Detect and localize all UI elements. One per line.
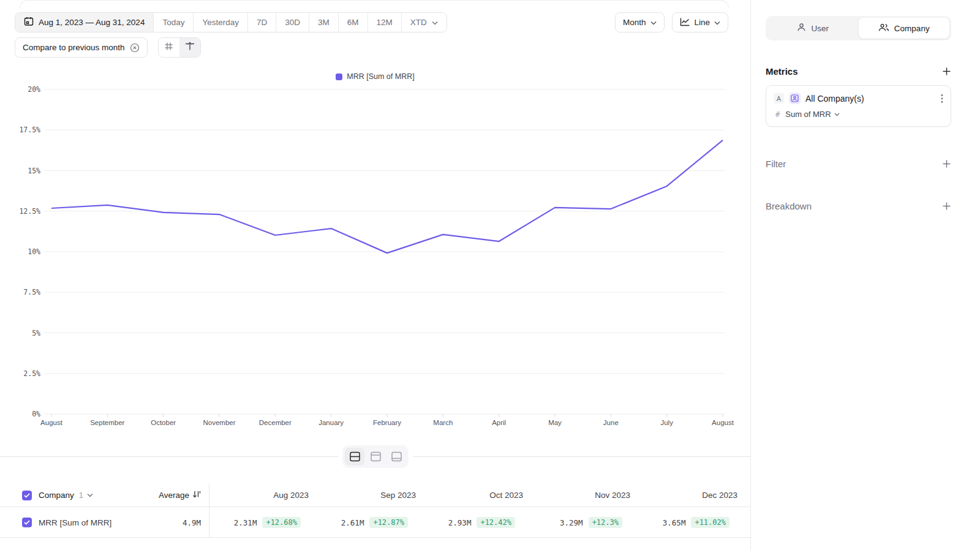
delta-badge: +12.42% (477, 517, 515, 528)
remove-compare-icon[interactable] (130, 43, 140, 53)
month-column-header: Sep 2023 (316, 484, 423, 507)
metric-card[interactable]: A All Company(s) # Sum of MRR (766, 85, 951, 127)
x-axis-tick: August (40, 419, 63, 426)
month-cell: 2.93M+12.42% (423, 508, 530, 537)
metric-letter-badge: A (774, 93, 784, 104)
range-today-button[interactable]: Today (154, 13, 194, 32)
metric-name: All Company(s) (805, 94, 936, 104)
group-label: Company (39, 491, 74, 500)
layout-split-button[interactable] (345, 448, 364, 465)
range-30d-button[interactable]: 30D (276, 13, 309, 32)
compare-toolbar: Compare to previous month (15, 37, 201, 58)
x-axis-tick: October (151, 419, 176, 426)
x-axis-tick: May (548, 419, 562, 426)
date-range-label: Aug 1, 2023 — Aug 31, 2024 (39, 18, 145, 27)
entity-tabs: User Company (766, 16, 951, 40)
tab-user[interactable]: User (767, 18, 859, 39)
month-cell: 2.61M+12.87% (316, 508, 423, 537)
chart-legend: MRR [Sum of MRR] (0, 72, 750, 81)
x-axis-tick: July (660, 419, 673, 426)
tab-company[interactable]: Company (859, 18, 950, 39)
tab-company-label: Company (894, 24, 930, 33)
add-filter-button[interactable] (942, 159, 951, 168)
metric-row-name: MRR [Sum of MRR] (39, 518, 111, 527)
layout-chart-bottom-button[interactable] (386, 448, 406, 465)
chevron-down-icon (714, 18, 720, 27)
delta-badge: +12.68% (262, 517, 301, 528)
y-axis-tick: 5% (32, 329, 40, 337)
xtd-label: XTD (410, 18, 427, 27)
table-header-row: Company 1 Average Aug 2023Sep 2023Oct 20… (0, 484, 750, 507)
average-value: 4.9M (183, 518, 201, 527)
month-headers: Aug 2023Sep 2023Oct 2023Nov 2023Dec 2023 (209, 484, 748, 507)
layout-toggle-group (338, 445, 413, 468)
granularity-dropdown[interactable]: Month (615, 12, 665, 32)
metric-value: 3.65M (663, 518, 686, 527)
chart-display-toggle (158, 37, 201, 58)
group-count: 1 (79, 491, 83, 500)
range-12m-button[interactable]: 12M (368, 13, 402, 32)
x-axis-tick: November (203, 419, 235, 426)
range-xtd-button[interactable]: XTD (402, 13, 447, 32)
aggregation-dropdown[interactable]: Sum of MRR (785, 110, 839, 119)
delta-badge: +11.02% (691, 517, 729, 528)
company-contact-icon (789, 92, 801, 104)
range-7d-button[interactable]: 7D (248, 13, 276, 32)
compare-chip-label: Compare to previous month (23, 43, 125, 52)
average-header: Average (159, 491, 189, 500)
delta-badge: +12.87% (369, 517, 408, 528)
x-axis-tick: February (373, 419, 401, 426)
analytics-report-page: Aug 1, 2023 — Aug 31, 2024 TodayYesterda… (0, 0, 980, 550)
add-breakdown-button[interactable] (942, 202, 951, 211)
month-column-header: Dec 2023 (638, 484, 745, 507)
breakdown-heading: Breakdown (766, 201, 812, 211)
compare-chip[interactable]: Compare to previous month (15, 37, 148, 58)
calendar-icon (24, 17, 34, 28)
date-toolbar: Aug 1, 2023 — Aug 31, 2024 TodayYesterda… (15, 12, 447, 32)
range-6m-button[interactable]: 6M (339, 13, 368, 32)
month-column-header: Nov 2023 (530, 484, 638, 507)
y-axis-tick: 12.5% (19, 207, 40, 216)
month-column-header: Oct 2023 (423, 484, 530, 507)
x-axis-tick: December (259, 419, 292, 426)
x-axis-tick: September (90, 419, 124, 426)
range-3m-button[interactable]: 3M (309, 13, 339, 32)
filter-heading: Filter (766, 159, 786, 169)
mrr-series-line[interactable] (51, 140, 723, 253)
sort-icon[interactable] (192, 490, 201, 501)
y-axis-tick: 20% (28, 86, 40, 94)
aggregation-label: Sum of MRR (785, 110, 831, 119)
metric-menu-icon[interactable] (941, 94, 943, 104)
month-cells: 2.31M+12.68%2.61M+12.87%2.93M+12.42%3.29… (209, 508, 748, 537)
date-range-button[interactable]: Aug 1, 2023 — Aug 31, 2024 (15, 13, 154, 32)
y-axis-tick: 0% (32, 410, 40, 418)
x-axis-tick: April (492, 419, 506, 426)
grid-values-toggle[interactable] (159, 38, 179, 57)
chart-type-dropdown[interactable]: Line (672, 12, 729, 32)
granularity-label: Month (623, 18, 646, 27)
panel-top-edge (20, 0, 729, 9)
date-range-group: Aug 1, 2023 — Aug 31, 2024 TodayYesterda… (15, 12, 447, 32)
tab-user-label: User (811, 24, 829, 33)
mrr-line-chart[interactable]: 20%17.5%15%12.5%10%7.5%5%2.5%0%AugustSep… (0, 86, 750, 432)
config-sidebar: User Company Metrics (750, 0, 980, 550)
metric-table-row[interactable]: MRR [Sum of MRR] 4.9M 2.31M+12.68%2.61M+… (0, 508, 750, 538)
metric-value: 2.93M (448, 518, 472, 527)
align-top-toggle[interactable] (179, 38, 200, 57)
add-metric-button[interactable] (942, 67, 951, 76)
chart-type-label: Line (695, 18, 710, 27)
metric-value: 2.31M (234, 518, 257, 527)
group-by-dropdown[interactable]: Company 1 (39, 491, 93, 500)
layout-chart-top-button[interactable] (366, 448, 385, 465)
range-yesterday-button[interactable]: Yesterday (194, 13, 248, 32)
row-checkbox[interactable] (22, 518, 32, 527)
arrow-up-to-line-icon (185, 42, 195, 53)
company-icon (878, 23, 889, 34)
metric-value: 2.61M (341, 518, 364, 527)
y-axis-tick: 7.5% (23, 288, 40, 296)
grid-hash-icon (164, 42, 173, 53)
y-axis-tick: 2.5% (23, 369, 40, 378)
table-column-divider (209, 484, 209, 538)
select-all-checkbox[interactable] (22, 491, 32, 500)
y-axis-tick: 17.5% (19, 126, 40, 134)
